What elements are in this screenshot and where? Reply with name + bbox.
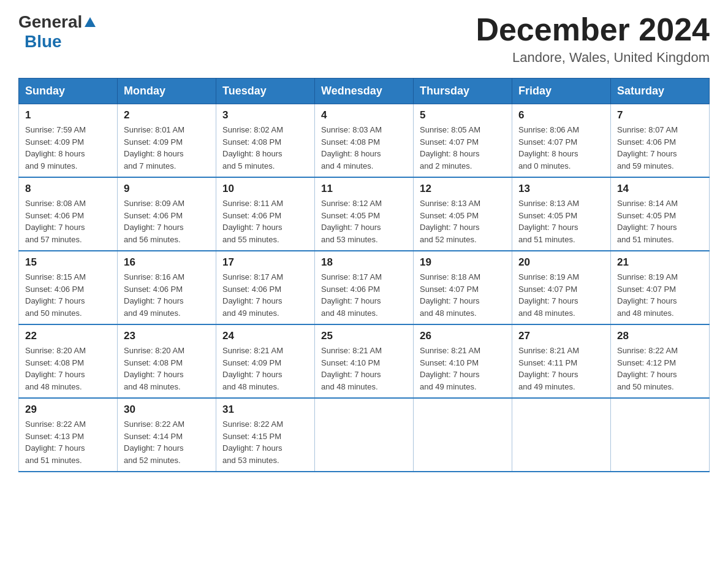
day-info: Sunrise: 8:09 AM Sunset: 4:06 PM Dayligh…	[124, 197, 210, 245]
day-info: Sunrise: 8:21 AM Sunset: 4:09 PM Dayligh…	[222, 345, 308, 393]
day-number: 18	[321, 256, 407, 269]
col-header-friday: Friday	[512, 79, 611, 104]
day-number: 2	[124, 109, 210, 121]
day-info: Sunrise: 8:13 AM Sunset: 4:05 PM Dayligh…	[518, 197, 604, 245]
logo-blue-text: Blue	[25, 32, 62, 52]
day-number: 24	[222, 330, 308, 342]
calendar-cell	[414, 398, 512, 472]
day-number: 30	[124, 404, 210, 416]
day-info: Sunrise: 8:06 AM Sunset: 4:07 PM Dayligh…	[518, 124, 604, 172]
day-number: 3	[222, 109, 308, 121]
calendar-cell: 11Sunrise: 8:12 AM Sunset: 4:05 PM Dayli…	[315, 177, 414, 251]
day-info: Sunrise: 8:19 AM Sunset: 4:07 PM Dayligh…	[617, 271, 703, 319]
day-number: 15	[25, 256, 111, 269]
month-title: December 2024	[476, 12, 710, 47]
day-info: Sunrise: 8:22 AM Sunset: 4:13 PM Dayligh…	[25, 418, 111, 466]
day-number: 31	[222, 404, 308, 416]
day-info: Sunrise: 8:20 AM Sunset: 4:08 PM Dayligh…	[124, 345, 210, 393]
day-number: 6	[518, 109, 604, 121]
calendar-cell: 20Sunrise: 8:19 AM Sunset: 4:07 PM Dayli…	[512, 251, 611, 324]
calendar-cell: 13Sunrise: 8:13 AM Sunset: 4:05 PM Dayli…	[512, 177, 611, 251]
day-info: Sunrise: 8:22 AM Sunset: 4:15 PM Dayligh…	[222, 418, 308, 466]
day-info: Sunrise: 8:20 AM Sunset: 4:08 PM Dayligh…	[25, 345, 111, 393]
day-info: Sunrise: 8:15 AM Sunset: 4:06 PM Dayligh…	[25, 271, 111, 319]
day-info: Sunrise: 8:21 AM Sunset: 4:10 PM Dayligh…	[321, 345, 407, 393]
col-header-monday: Monday	[118, 79, 216, 104]
logo-general-text: General	[18, 12, 82, 32]
day-number: 1	[25, 109, 111, 121]
calendar-cell: 1Sunrise: 7:59 AM Sunset: 4:09 PM Daylig…	[19, 104, 118, 178]
calendar-cell: 30Sunrise: 8:22 AM Sunset: 4:14 PM Dayli…	[118, 398, 216, 472]
day-number: 16	[124, 256, 210, 269]
calendar-cell: 7Sunrise: 8:07 AM Sunset: 4:06 PM Daylig…	[611, 104, 710, 178]
day-info: Sunrise: 8:19 AM Sunset: 4:07 PM Dayligh…	[518, 271, 604, 319]
calendar-cell: 24Sunrise: 8:21 AM Sunset: 4:09 PM Dayli…	[216, 324, 315, 398]
page-header: General Blue December 2024 Landore, Wale…	[18, 12, 710, 66]
calendar-cell: 22Sunrise: 8:20 AM Sunset: 4:08 PM Dayli…	[19, 324, 118, 398]
calendar-cell: 17Sunrise: 8:17 AM Sunset: 4:06 PM Dayli…	[216, 251, 315, 324]
col-header-tuesday: Tuesday	[216, 79, 315, 104]
day-info: Sunrise: 8:17 AM Sunset: 4:06 PM Dayligh…	[222, 271, 308, 319]
svg-marker-0	[85, 17, 96, 27]
day-info: Sunrise: 8:16 AM Sunset: 4:06 PM Dayligh…	[124, 271, 210, 319]
day-info: Sunrise: 8:13 AM Sunset: 4:05 PM Dayligh…	[420, 197, 506, 245]
col-header-saturday: Saturday	[611, 79, 710, 104]
calendar-cell: 31Sunrise: 8:22 AM Sunset: 4:15 PM Dayli…	[216, 398, 315, 472]
calendar-cell: 12Sunrise: 8:13 AM Sunset: 4:05 PM Dayli…	[414, 177, 512, 251]
day-info: Sunrise: 8:21 AM Sunset: 4:10 PM Dayligh…	[420, 345, 506, 393]
logo-flag-icon	[83, 16, 97, 29]
day-number: 20	[518, 256, 604, 269]
day-info: Sunrise: 8:12 AM Sunset: 4:05 PM Dayligh…	[321, 197, 407, 245]
day-number: 8	[25, 183, 111, 195]
day-number: 12	[420, 183, 506, 195]
calendar-cell: 10Sunrise: 8:11 AM Sunset: 4:06 PM Dayli…	[216, 177, 315, 251]
day-number: 29	[25, 404, 111, 416]
calendar-cell: 23Sunrise: 8:20 AM Sunset: 4:08 PM Dayli…	[118, 324, 216, 398]
calendar-week-row: 29Sunrise: 8:22 AM Sunset: 4:13 PM Dayli…	[19, 398, 710, 472]
calendar-cell: 25Sunrise: 8:21 AM Sunset: 4:10 PM Dayli…	[315, 324, 414, 398]
day-info: Sunrise: 8:17 AM Sunset: 4:06 PM Dayligh…	[321, 271, 407, 319]
day-number: 9	[124, 183, 210, 195]
day-info: Sunrise: 8:01 AM Sunset: 4:09 PM Dayligh…	[124, 124, 210, 172]
day-number: 10	[222, 183, 308, 195]
calendar-cell	[611, 398, 710, 472]
calendar-week-row: 8Sunrise: 8:08 AM Sunset: 4:06 PM Daylig…	[19, 177, 710, 251]
calendar-week-row: 1Sunrise: 7:59 AM Sunset: 4:09 PM Daylig…	[19, 104, 710, 178]
calendar-cell: 19Sunrise: 8:18 AM Sunset: 4:07 PM Dayli…	[414, 251, 512, 324]
col-header-thursday: Thursday	[414, 79, 512, 104]
calendar-cell	[315, 398, 414, 472]
day-info: Sunrise: 8:18 AM Sunset: 4:07 PM Dayligh…	[420, 271, 506, 319]
day-number: 27	[518, 330, 604, 342]
calendar-cell: 9Sunrise: 8:09 AM Sunset: 4:06 PM Daylig…	[118, 177, 216, 251]
day-info: Sunrise: 8:21 AM Sunset: 4:11 PM Dayligh…	[518, 345, 604, 393]
location-text: Landore, Wales, United Kingdom	[476, 50, 710, 66]
day-number: 26	[420, 330, 506, 342]
calendar-cell: 27Sunrise: 8:21 AM Sunset: 4:11 PM Dayli…	[512, 324, 611, 398]
title-section: December 2024 Landore, Wales, United Kin…	[476, 12, 710, 66]
col-header-wednesday: Wednesday	[315, 79, 414, 104]
day-info: Sunrise: 8:07 AM Sunset: 4:06 PM Dayligh…	[617, 124, 703, 172]
day-number: 4	[321, 109, 407, 121]
calendar-cell: 26Sunrise: 8:21 AM Sunset: 4:10 PM Dayli…	[414, 324, 512, 398]
calendar-cell: 3Sunrise: 8:02 AM Sunset: 4:08 PM Daylig…	[216, 104, 315, 178]
logo: General Blue	[18, 12, 97, 52]
calendar-cell: 4Sunrise: 8:03 AM Sunset: 4:08 PM Daylig…	[315, 104, 414, 178]
calendar-cell: 15Sunrise: 8:15 AM Sunset: 4:06 PM Dayli…	[19, 251, 118, 324]
day-number: 22	[25, 330, 111, 342]
calendar-cell: 28Sunrise: 8:22 AM Sunset: 4:12 PM Dayli…	[611, 324, 710, 398]
calendar-cell: 18Sunrise: 8:17 AM Sunset: 4:06 PM Dayli…	[315, 251, 414, 324]
day-number: 19	[420, 256, 506, 269]
calendar-table: SundayMondayTuesdayWednesdayThursdayFrid…	[18, 78, 710, 472]
calendar-cell: 2Sunrise: 8:01 AM Sunset: 4:09 PM Daylig…	[118, 104, 216, 178]
day-info: Sunrise: 8:02 AM Sunset: 4:08 PM Dayligh…	[222, 124, 308, 172]
day-info: Sunrise: 8:22 AM Sunset: 4:14 PM Dayligh…	[124, 418, 210, 466]
day-info: Sunrise: 8:22 AM Sunset: 4:12 PM Dayligh…	[617, 345, 703, 393]
day-number: 5	[420, 109, 506, 121]
day-info: Sunrise: 7:59 AM Sunset: 4:09 PM Dayligh…	[25, 124, 111, 172]
day-number: 7	[617, 109, 703, 121]
calendar-cell: 14Sunrise: 8:14 AM Sunset: 4:05 PM Dayli…	[611, 177, 710, 251]
day-number: 28	[617, 330, 703, 342]
day-info: Sunrise: 8:08 AM Sunset: 4:06 PM Dayligh…	[25, 197, 111, 245]
day-number: 23	[124, 330, 210, 342]
day-number: 14	[617, 183, 703, 195]
